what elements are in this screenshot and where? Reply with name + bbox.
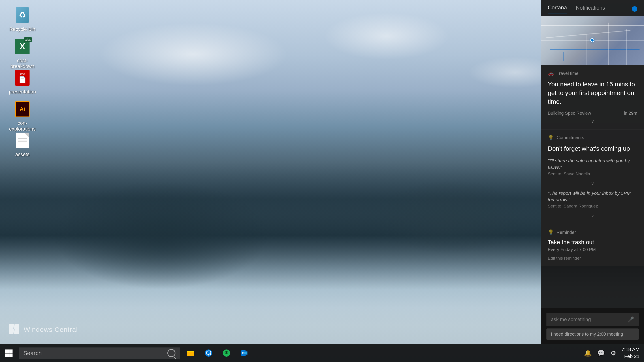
travel-time-card: 🚗 Travel time You need to leave in 15 mi…	[541, 65, 644, 129]
taskbar-app-spotify[interactable]	[218, 344, 236, 362]
commitments-card: 💡 Commitments Don't forget what's coming…	[541, 129, 644, 224]
reminder-icon: 💡	[548, 229, 554, 235]
commitments-category: Commitments	[556, 135, 584, 140]
panel-spacer	[541, 266, 644, 308]
tray-date: Feb 21	[622, 353, 640, 360]
tab-cortana[interactable]: Cortana	[548, 4, 567, 13]
travel-time-details: Building Spec Review in 29m	[548, 111, 637, 116]
excel-badge: xlsx	[24, 37, 32, 42]
desktop-icon-pdf[interactable]: PDF 📄 presentation	[4, 67, 40, 97]
commitments-header: 💡 Commitments	[548, 135, 637, 141]
notification-tray-icon[interactable]: 🔔	[584, 350, 592, 357]
appointment-name: Building Spec Review	[548, 111, 591, 116]
taskbar-system-tray: 🔔 💬 ⚙ 7:18 AM Feb 21	[584, 344, 644, 362]
svg-rect-7	[244, 352, 247, 355]
panel-tabs: Cortana Notifications	[541, 0, 644, 16]
recycle-bin-icon	[14, 6, 31, 24]
svg-rect-1	[187, 352, 194, 356]
map-location-dot	[590, 38, 594, 42]
travel-expand-button[interactable]: ∨	[548, 118, 637, 124]
microphone-icon[interactable]: 🎤	[628, 316, 634, 323]
commitment-quote-1: "I'll share the sales updates with you b…	[548, 157, 637, 171]
recycle-bin-label: Recycle Bin	[8, 26, 37, 33]
reminder-recurrence: Every Friday at 7:00 PM	[548, 247, 637, 252]
search-icon	[168, 349, 176, 357]
ask-input-area: ask me something 🎤 I need directions to …	[541, 308, 644, 344]
spotify-icon	[222, 349, 230, 357]
time-until: in 29m	[624, 111, 637, 116]
travel-time-message: You need to leave in 15 mins to get to y…	[548, 80, 637, 106]
pdf-label: presentation	[8, 88, 37, 95]
taskbar-search-bar[interactable]: Search	[19, 348, 180, 359]
taskbar-app-file-manager[interactable]	[182, 344, 200, 362]
commitments-icon: 💡	[548, 135, 554, 141]
desktop-icon-ai[interactable]: Ai con-explorations	[4, 98, 40, 134]
pdf-file-icon: PDF 📄	[14, 69, 31, 87]
sent-to-label-2: Sent to:	[548, 204, 562, 208]
reminder-header: 💡 Reminder	[548, 229, 637, 235]
desktop-icon-assets[interactable]: assets	[4, 130, 40, 160]
tab-notifications[interactable]: Notifications	[576, 5, 605, 13]
sent-to-label-1: Sent to:	[548, 171, 562, 176]
notification-indicator	[632, 6, 637, 12]
suggestion-bubble[interactable]: I need directions to my 2:00 meeting	[546, 329, 639, 340]
reminder-card: 💡 Reminder Take the trash out Every Frid…	[541, 224, 644, 266]
sent-to-name-2: Sandra Rodriguez	[564, 204, 598, 208]
svg-point-3	[223, 350, 230, 357]
travel-time-header: 🚗 Travel time	[548, 70, 637, 76]
map-card[interactable]	[541, 16, 644, 65]
reminder-title: Take the trash out	[548, 239, 637, 246]
commitment-1-expand[interactable]: ∨	[548, 181, 637, 186]
commitments-title: Don't forget what's coming up	[548, 144, 637, 153]
commitment-2-expand[interactable]: ∨	[548, 213, 637, 218]
car-icon: 🚗	[548, 70, 554, 76]
ask-placeholder: ask me something	[551, 317, 591, 323]
start-button[interactable]	[0, 344, 18, 362]
sent-to-name-1: Satya Nadella	[564, 171, 590, 176]
assets-label: assets	[14, 151, 31, 158]
settings-tray-icon[interactable]: ⚙	[610, 350, 616, 357]
commitment-to-1: Sent to: Satya Nadella	[548, 171, 637, 176]
watermark-text: Windows Central	[24, 326, 78, 333]
taskbar-app-outlook[interactable]: O	[236, 344, 253, 362]
taskbar: Search	[0, 344, 644, 362]
desktop-icon-excel[interactable]: xlsx cost-breakdown	[4, 36, 40, 71]
windows-central-watermark: Windows Central	[9, 324, 78, 335]
tray-time: 7:18 AM	[622, 346, 640, 353]
outlook-icon: O	[240, 349, 248, 357]
travel-time-category: Travel time	[556, 71, 578, 76]
illustrator-icon: Ai	[14, 100, 31, 118]
edge-icon	[204, 349, 212, 357]
desktop-icon-recycle-bin[interactable]: Recycle Bin	[4, 4, 40, 34]
reminder-category: Reminder	[556, 230, 576, 235]
commitment-item-2: "The report will be in your inbox by 5PM…	[548, 190, 637, 209]
file-explorer-icon	[186, 349, 195, 357]
taskbar-apps: O	[182, 344, 253, 362]
excel-file-icon: xlsx	[14, 37, 31, 55]
chat-tray-icon[interactable]: 💬	[597, 350, 605, 357]
taskbar-app-edge[interactable]	[200, 344, 218, 362]
cortana-panel: Cortana Notifications 🚗 Travel time You …	[541, 0, 644, 344]
assets-file-icon	[14, 131, 31, 149]
search-label: Search	[23, 350, 168, 357]
commitment-to-2: Sent to: Sandra Rodriguez	[548, 204, 637, 209]
commitment-item-1: "I'll share the sales updates with you b…	[548, 157, 637, 176]
commitment-quote-2: "The report will be in your inbox by 5PM…	[548, 190, 637, 203]
tray-datetime[interactable]: 7:18 AM Feb 21	[622, 346, 640, 360]
windows-logo-icon	[5, 350, 12, 357]
ask-input-field[interactable]: ask me something 🎤	[546, 313, 639, 326]
edit-reminder-button[interactable]: Edit this reminder	[548, 256, 637, 261]
